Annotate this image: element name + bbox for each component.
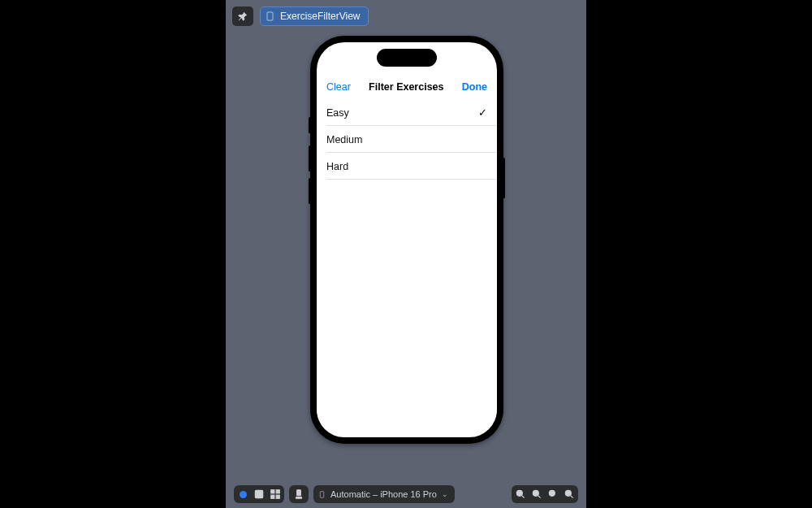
top-breadcrumb-bar: ExerciseFilterView: [232, 7, 369, 26]
dynamic-island: [377, 49, 437, 67]
device-side-button: [309, 178, 311, 204]
svg-rect-4: [271, 495, 274, 498]
svg-rect-8: [320, 491, 324, 497]
canvas-toolbar: Automatic – iPhone 16 Pro ⌄: [226, 480, 586, 508]
device-settings-icon: [293, 488, 304, 500]
phone-icon: [318, 489, 326, 500]
zoom-fit-button[interactable]: [531, 488, 542, 500]
device-side-button: [309, 117, 311, 133]
canvas-toolbar-right: [512, 485, 578, 503]
selectable-preview-button[interactable]: [253, 488, 265, 500]
zoom-controls: [512, 485, 578, 503]
pin-button[interactable]: [232, 7, 253, 26]
file-chip[interactable]: ExerciseFilterView: [260, 7, 369, 26]
device-selector[interactable]: Automatic – iPhone 16 Pro ⌄: [313, 485, 455, 503]
svg-rect-7: [296, 497, 302, 499]
svg-rect-0: [267, 12, 273, 20]
list-row-label: Easy: [326, 107, 349, 119]
svg-point-10: [533, 490, 538, 496]
svg-rect-1: [255, 490, 262, 497]
preview-canvas: ExerciseFilterView Clear Filter Exercise…: [226, 0, 586, 508]
svg-rect-2: [271, 490, 274, 493]
device-settings-button[interactable]: [289, 485, 309, 503]
zoom-in-button[interactable]: [564, 488, 575, 500]
preview-mode-group: [234, 485, 284, 503]
zoom-out-button[interactable]: [515, 488, 526, 500]
difficulty-list: Easy ✓ Medium ✓ Hard ✓: [317, 99, 497, 180]
simulator-screen: Clear Filter Exercises Done Easy ✓ Mediu…: [317, 42, 497, 437]
navigation-bar: Clear Filter Exercises Done: [317, 76, 497, 98]
canvas-toolbar-left: Automatic – iPhone 16 Pro ⌄: [234, 485, 455, 503]
device-side-button: [309, 145, 311, 172]
svg-rect-6: [297, 490, 301, 496]
done-button[interactable]: Done: [462, 81, 487, 93]
live-preview-button[interactable]: [237, 488, 248, 500]
pin-icon: [237, 11, 248, 22]
svg-rect-3: [276, 490, 279, 493]
list-row-medium[interactable]: Medium ✓: [317, 126, 497, 153]
simulator-device-frame: Clear Filter Exercises Done Easy ✓ Mediu…: [310, 36, 503, 444]
clear-button[interactable]: Clear: [326, 81, 351, 93]
list-row-easy[interactable]: Easy ✓: [317, 99, 497, 126]
swift-file-icon: [266, 11, 275, 21]
svg-rect-5: [276, 495, 279, 498]
page-title: Filter Exercises: [369, 81, 443, 93]
file-chip-label: ExerciseFilterView: [280, 11, 360, 22]
app-window: ExerciseFilterView Clear Filter Exercise…: [0, 0, 812, 508]
list-row-hard[interactable]: Hard ✓: [317, 153, 497, 180]
list-row-label: Hard: [326, 161, 348, 172]
device-selector-label: Automatic – iPhone 16 Pro: [330, 489, 437, 499]
variants-preview-button[interactable]: [270, 488, 281, 500]
device-side-button: [503, 158, 505, 198]
checkmark-icon: ✓: [478, 106, 487, 119]
list-row-label: Medium: [326, 134, 362, 145]
zoom-actual-button[interactable]: [547, 488, 559, 500]
chevron-down-icon: ⌄: [442, 490, 448, 498]
